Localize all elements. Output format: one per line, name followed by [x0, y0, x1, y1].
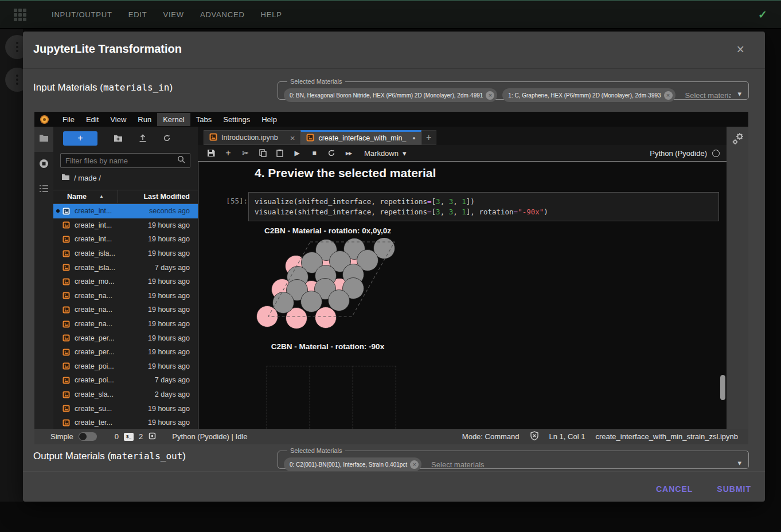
new-tab-button[interactable]: +	[421, 130, 436, 145]
new-folder-icon[interactable]	[114, 135, 123, 142]
cancel-button[interactable]: CANCEL	[656, 484, 693, 494]
kernel-name-button[interactable]: Python (Pyodide)	[650, 149, 707, 158]
sidebar-tab-running[interactable]	[34, 152, 53, 177]
restart-kernel-icon[interactable]	[323, 149, 340, 157]
material-chip-label: 1: C, Graphene, HEX (P6/mmm) 2D (Monolay…	[508, 92, 661, 99]
file-row[interactable]: create_sla...2 days ago	[53, 388, 198, 402]
scrollbar-thumb[interactable]	[720, 375, 725, 400]
select-materials-placeholder[interactable]: Select materials	[431, 460, 484, 469]
file-row[interactable]: create_na...19 hours ago	[53, 303, 198, 317]
file-row[interactable]: create_per...19 hours ago	[53, 345, 198, 359]
sidebar-tab-toc[interactable]	[34, 177, 53, 202]
file-row[interactable]: create_poi...7 days ago	[53, 373, 198, 388]
submit-button[interactable]: SUBMIT	[717, 484, 751, 494]
file-row[interactable]: create_su...19 hours ago	[53, 401, 198, 416]
file-row[interactable]: create_int...seconds ago	[53, 204, 198, 218]
settings-gears-icon[interactable]	[731, 131, 745, 148]
kernel-status-icon[interactable]	[712, 150, 720, 157]
notebook-content[interactable]: 4. Preview the selected material [55]: v…	[198, 161, 727, 429]
save-icon[interactable]	[202, 149, 220, 157]
file-row[interactable]: create_na...19 hours ago	[53, 289, 198, 303]
code-token: 3	[436, 208, 440, 216]
notebook-icon	[63, 377, 70, 384]
file-row[interactable]: create_per...19 hours ago	[53, 331, 198, 345]
notebook-icon	[63, 405, 70, 412]
upload-icon[interactable]	[139, 134, 147, 142]
filter-files-input[interactable]	[65, 157, 177, 165]
code-cell-editor[interactable]: visualize(shifted_interface, repetitions…	[248, 192, 719, 221]
file-row[interactable]: create_ter...19 hours ago	[53, 416, 198, 429]
code-token: [	[432, 208, 436, 216]
jupyter-menu-item-edit[interactable]: Edit	[80, 113, 104, 126]
file-row[interactable]: create_isla...7 days ago	[53, 260, 198, 275]
app-menu-item-help[interactable]: HELP	[261, 10, 282, 19]
app-menu-item-input-output[interactable]: INPUT/OUTPUT	[52, 10, 112, 19]
cell-type-dropdown[interactable]: Markdown ▾	[364, 149, 407, 158]
chip-remove-icon[interactable]: ×	[664, 91, 673, 100]
notebook-icon	[63, 349, 70, 356]
check-icon[interactable]: ✓	[758, 8, 767, 21]
column-header-name[interactable]: Name	[67, 193, 87, 201]
active-filename[interactable]: create_interface_with_min_strain_zsl.ipy…	[595, 432, 738, 441]
jupyter-menu-item-help[interactable]: Help	[256, 113, 283, 126]
output-materials-select[interactable]: Selected Materials 0: C2(001)-BN(001), I…	[278, 447, 749, 469]
file-row[interactable]: create_int...19 hours ago	[53, 218, 198, 233]
kernel-count[interactable]: 2	[139, 432, 143, 441]
file-name: create_mo...	[75, 277, 148, 285]
tab-create-interface-notebook[interactable]: create_interface_with_min_ ●	[300, 130, 421, 145]
atom	[329, 290, 350, 311]
chip-remove-icon[interactable]: ×	[410, 460, 419, 469]
terminal-count[interactable]: 0	[115, 432, 119, 441]
app-menu-item-edit[interactable]: EDIT	[128, 10, 147, 19]
app-menu-item-advanced[interactable]: ADVANCED	[200, 10, 245, 19]
chevron-down-icon[interactable]: ▾	[737, 89, 741, 98]
tab-introduction-notebook[interactable]: Introduction.ipynb ×	[204, 130, 300, 145]
input-materials-select[interactable]: Selected Materials 0: BN, Hexagonal Boro…	[278, 78, 749, 100]
close-icon[interactable]: ×	[290, 133, 295, 143]
dialog-close-icon[interactable]: ×	[737, 43, 744, 56]
notebook-toolbar: + ✂ ▶ ■ ▶▶ Markdown	[198, 145, 727, 161]
new-launcher-button[interactable]: +	[63, 131, 97, 146]
file-row[interactable]: create_poi...19 hours ago	[53, 359, 198, 374]
paste-cells-icon[interactable]	[271, 149, 288, 157]
cut-cells-icon[interactable]: ✂	[237, 148, 254, 158]
restart-run-all-icon[interactable]: ▶▶	[340, 151, 357, 156]
jupyter-menu-item-kernel[interactable]: Kernel	[157, 113, 190, 126]
jupyter-menu-item-settings[interactable]: Settings	[217, 113, 256, 126]
app-logo-icon[interactable]	[14, 9, 26, 21]
file-list-header: Name ▲ Last Modified	[53, 190, 198, 204]
file-list: create_int...seconds agocreate_int...19 …	[53, 204, 198, 429]
command-mode-indicator[interactable]: Mode: Command	[462, 432, 520, 441]
sidebar-tab-filebrowser[interactable]	[34, 127, 53, 152]
file-row[interactable]: create_int...19 hours ago	[53, 232, 198, 247]
chip-remove-icon[interactable]: ×	[486, 91, 494, 100]
status-bar: Simple 0 $_ 2 Python (Pyodide) | Idle Mo…	[34, 429, 748, 444]
kernel-chip-icon[interactable]	[148, 432, 157, 442]
refresh-icon[interactable]	[163, 134, 171, 142]
breadcrumb[interactable]: / made /	[61, 174, 101, 182]
copy-cells-icon[interactable]	[254, 149, 271, 157]
file-row[interactable]: create_na...19 hours ago	[53, 317, 198, 331]
jupyter-menu-item-run[interactable]: Run	[132, 113, 157, 126]
trust-shield-icon[interactable]	[530, 431, 539, 443]
jupyter-menu-item-file[interactable]: File	[57, 113, 80, 126]
notebook-icon	[63, 320, 70, 328]
cursor-position[interactable]: Ln 1, Col 1	[549, 432, 585, 441]
run-cell-icon[interactable]: ▶	[288, 149, 306, 157]
terminal-icon[interactable]: $_	[124, 433, 134, 441]
kernel-status-text[interactable]: Python (Pyodide) | Idle	[172, 432, 247, 441]
app-menu-item-view[interactable]: VIEW	[163, 10, 183, 19]
select-materials-placeholder[interactable]: Select materials	[685, 91, 731, 100]
chevron-down-icon[interactable]: ▾	[737, 459, 741, 467]
file-row[interactable]: create_mo...19 hours ago	[53, 275, 198, 289]
jupyter-menu-item-tabs[interactable]: Tabs	[190, 113, 217, 126]
notebook-icon	[209, 133, 217, 143]
cell-type-value: Markdown	[364, 149, 399, 158]
stop-kernel-icon[interactable]: ■	[306, 149, 323, 157]
simple-mode-toggle[interactable]	[79, 432, 97, 441]
jupyter-menu-item-view[interactable]: View	[104, 113, 132, 126]
file-row[interactable]: create_isla...19 hours ago	[53, 247, 198, 261]
add-cell-icon[interactable]: +	[220, 148, 237, 158]
column-header-modified[interactable]: Last Modified	[143, 193, 190, 201]
code-token: ])	[466, 197, 475, 206]
